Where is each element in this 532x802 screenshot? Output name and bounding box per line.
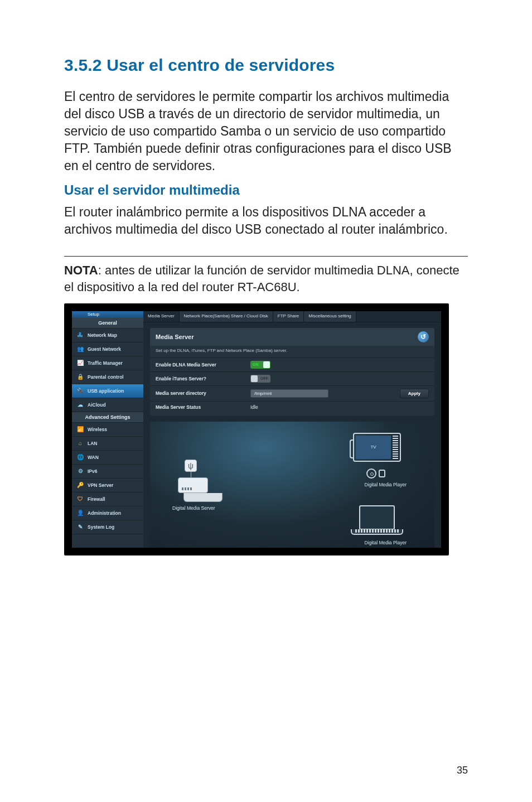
label-dmp-bottom: Digital Media Player [364,540,407,545]
sidebar-item-icon: ⌂ [76,439,84,447]
quick-setup-strip[interactable]: Setup [72,311,143,318]
paragraph-media: El router inalámbrico permite a los disp… [64,204,468,238]
sidebar-item-icon: ✎ [76,523,84,531]
sidebar-item-icon: 🔑 [76,481,84,489]
status-value: Idle [250,404,258,410]
subsection-title: Usar el servidor multimedia [64,182,468,198]
label-dmp-top: Digital Media Player [364,482,407,487]
sidebar-item-firewall[interactable]: 🛡Firewall [72,492,143,506]
sidebar-item-parental-control[interactable]: 🔒Parental control [72,370,143,384]
sidebar-item-traffic-manager[interactable]: 📈Traffic Manager [72,356,143,370]
sidebar-item-guest-network[interactable]: 👥Guest Network [72,342,143,356]
panel-title: Media Server [156,334,194,340]
row-enable-itunes: Enable iTunes Server? OFF [150,371,434,385]
horizontal-rule [64,256,468,257]
sidebar-item-icon: 🔒 [76,373,84,381]
sidebar-item-label: Administration [88,510,121,516]
laptop-icon [351,505,403,535]
sidebar-item-label: Parental control [88,374,124,380]
sidebar-item-label: Guest Network [88,346,121,352]
main-panel: Media ServerNetwork Place(Samba) Share /… [143,311,441,548]
page-number: 35 [457,765,468,776]
section-title: 3.5.2 Usar el centro de servidores [64,56,468,75]
row-directory: Media server directory /tmp/mnt Apply [150,385,434,401]
sidebar-item-label: Firewall [88,496,105,502]
tv-screen-label: TV [356,436,391,459]
paragraph-intro: El centro de servidores le permite compa… [64,88,468,175]
toggle-dlna[interactable]: ON [250,361,270,369]
sidebar-item-administration[interactable]: 👤Administration [72,506,143,520]
note: NOTA: antes de utilizar la función de se… [64,262,468,295]
sidebar-item-lan[interactable]: ⌂LAN [72,437,143,451]
tab-network-place-samba-share-cloud-disk[interactable]: Network Place(Samba) Share / Cloud Disk [180,311,273,322]
manual-page: 3.5.2 Usar el centro de servidores El ce… [0,0,532,802]
row-status: Media Server Status Idle [150,401,434,413]
label-enable-dlna: Enable DLNA Media Server [156,362,250,368]
sidebar-item-wireless[interactable]: 📶Wireless [72,423,143,437]
sidebar-item-icon: ⚙ [76,467,84,475]
note-text: : antes de utilizar la función de servid… [64,263,460,294]
sidebar-item-label: VPN Server [88,482,113,488]
sidebar-item-usb-application[interactable]: 🔌USB application [72,384,143,398]
sidebar-item-label: AiCloud [88,402,106,408]
sidebar-item-vpn-server[interactable]: 🔑VPN Server [72,479,143,492]
sidebar-item-label: IPv6 [88,468,98,474]
sidebar-item-label: System Log [88,524,114,530]
sidebar-item-icon: 🛡 [76,495,84,503]
sidebar-header-general: General [72,318,143,328]
sidebar: Setup General 🖧Network Map👥Guest Network… [72,311,143,548]
sidebar-item-aicloud[interactable]: ☁AiCloud [72,398,143,412]
tab-miscellaneous-setting[interactable]: Miscellaneous setting [304,311,356,322]
sidebar-item-icon: 📈 [76,359,84,367]
sidebar-item-wan[interactable]: 🌐WAN [72,451,143,465]
refresh-icon[interactable]: ↺ [418,331,429,342]
tv-icon: TV [353,433,401,462]
label-directory: Media server directory [156,390,250,396]
router-base [183,493,223,502]
sidebar-item-icon: 👥 [76,345,84,353]
tab-media-server[interactable]: Media Server [143,311,180,322]
tab-bar: Media ServerNetwork Place(Samba) Share /… [143,311,441,322]
row-enable-dlna: Enable DLNA Media Server ON [150,357,434,371]
sidebar-item-label: Network Map [88,332,117,338]
sidebar-item-network-map[interactable]: 🖧Network Map [72,328,143,342]
media-player-icon [366,468,386,479]
sidebar-item-label: LAN [88,441,97,446]
antenna-icon: ψ [185,460,197,472]
sidebar-item-label: Wireless [88,427,107,432]
note-label: NOTA [64,263,98,277]
sidebar-item-icon: 🖧 [76,331,84,339]
apply-button[interactable]: Apply [400,389,429,398]
label-enable-itunes: Enable iTunes Server? [156,376,250,381]
sidebar-item-icon: ☁ [76,401,84,409]
sidebar-item-system-log[interactable]: ✎System Log [72,520,143,534]
media-server-panel: Media Server ↺ Set up the DLNA, iTunes, … [150,328,434,416]
router-admin-screenshot: Setup General 🖧Network Map👥Guest Network… [64,303,449,555]
label-status: Media Server Status [156,404,250,410]
sidebar-item-label: Traffic Manager [88,360,123,366]
label-dms: Digital Media Server [172,505,215,511]
input-directory[interactable]: /tmp/mnt [250,389,328,398]
sidebar-item-icon: 👤 [76,509,84,517]
sidebar-item-icon: 🌐 [76,453,84,461]
sidebar-item-icon: 🔌 [76,387,84,395]
tab-ftp-share[interactable]: FTP Share [273,311,304,322]
sidebar-item-label: USB application [88,388,124,394]
router-icon [178,477,208,493]
topology-diagram: ψ Digital Media Server TV Digital Media … [150,422,434,550]
toggle-itunes[interactable]: OFF [250,375,270,383]
sidebar-header-advanced: Advanced Settings [72,412,143,423]
sidebar-item-label: WAN [88,455,99,460]
panel-subtitle: Set up the DLNA, iTunes, FTP and Network… [150,346,434,357]
sidebar-item-ipv6[interactable]: ⚙IPv6 [72,465,143,479]
sidebar-item-icon: 📶 [76,426,84,433]
